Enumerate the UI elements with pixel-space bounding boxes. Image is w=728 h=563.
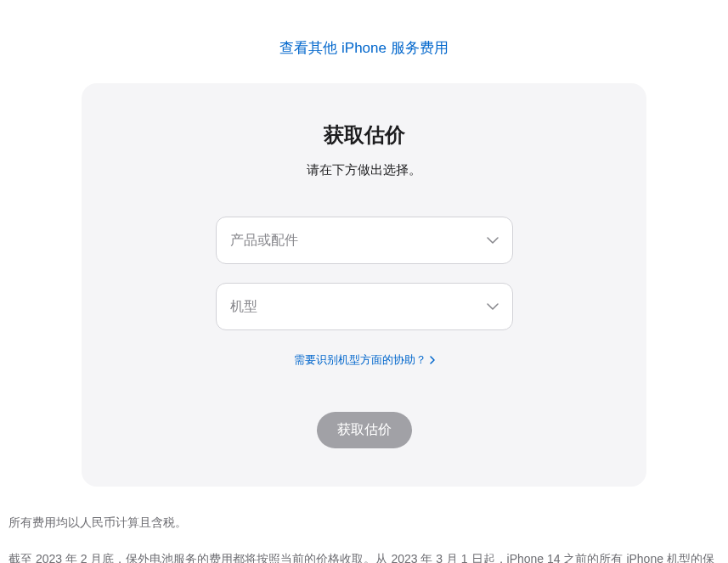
footer-line-2: 截至 2023 年 2 月底，保外电池服务的费用都将按照当前的价格收取。从 20… <box>8 549 720 563</box>
card-subtitle: 请在下方做出选择。 <box>116 162 612 178</box>
footer-line-2-part1: 截至 2023 年 2 月底，保外电池服务的费用都将按照当前的价格收取。从 20… <box>8 552 714 563</box>
product-select-placeholder: 产品或配件 <box>230 232 298 250</box>
estimate-card: 获取估价 请在下方做出选择。 产品或配件 机型 需要识别机型方面的协助？ <box>82 83 646 487</box>
top-link-wrapper: 查看其他 iPhone 服务费用 <box>8 0 720 83</box>
footer-text: 所有费用均以人民币计算且含税。 截至 2023 年 2 月底，保外电池服务的费用… <box>8 487 720 563</box>
chevron-down-icon <box>487 303 499 310</box>
product-select[interactable]: 产品或配件 <box>216 217 513 264</box>
model-select-placeholder: 机型 <box>230 298 257 316</box>
chevron-right-icon <box>430 356 435 364</box>
chevron-down-icon <box>487 237 499 244</box>
view-other-services-link[interactable]: 查看其他 iPhone 服务费用 <box>279 40 448 56</box>
help-identify-model-link[interactable]: 需要识别机型方面的协助？ <box>294 352 435 368</box>
card-title: 获取估价 <box>116 121 612 149</box>
product-select-wrapper: 产品或配件 <box>216 217 513 264</box>
model-select-wrapper: 机型 <box>216 283 513 330</box>
help-link-text: 需要识别机型方面的协助？ <box>294 352 426 368</box>
get-estimate-button[interactable]: 获取估价 <box>317 412 412 448</box>
footer-line-1: 所有费用均以人民币计算且含税。 <box>8 512 720 533</box>
model-select[interactable]: 机型 <box>216 283 513 330</box>
